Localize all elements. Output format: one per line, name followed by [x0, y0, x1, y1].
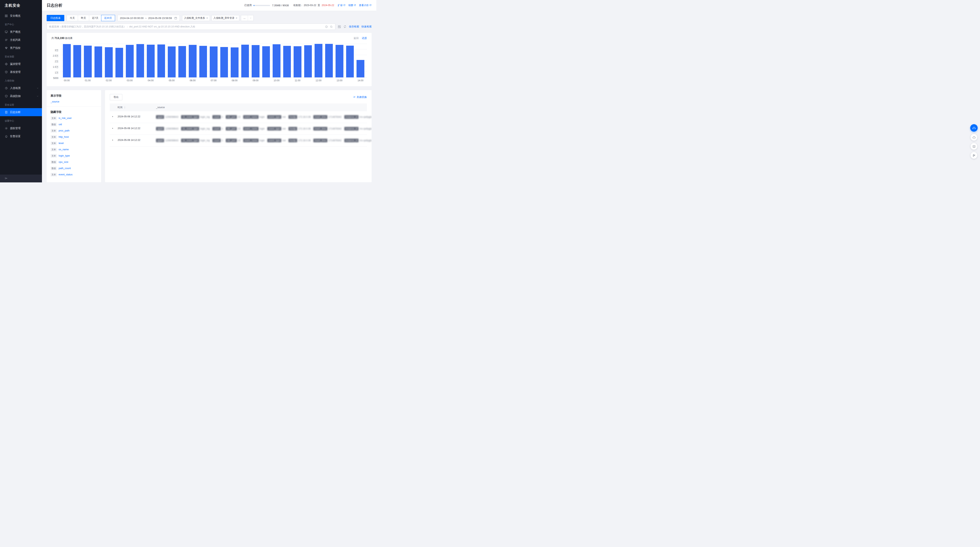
bar[interactable]	[73, 45, 81, 77]
pricing-link[interactable]: 查看计价	[359, 4, 372, 7]
sidebar-item-asset-fingerprint[interactable]: 资产指纹	[0, 44, 42, 52]
field-name-link[interactable]: level	[59, 142, 64, 145]
log-deliver-button[interactable]: 日志投递	[47, 15, 64, 21]
bar[interactable]	[283, 46, 291, 77]
table-row[interactable]: 2024-05-06 14:12:22appid1256098643cls_ev…	[110, 135, 367, 146]
quick-search-link[interactable]: 快速检索	[361, 25, 372, 29]
export-button[interactable]: 导出	[110, 94, 122, 100]
hidden-field-item[interactable]: 文本is_risk_user	[51, 115, 97, 121]
sidebar-item-advanced-defense[interactable]: 高级防御	[0, 92, 42, 100]
source-value: login_log	[200, 139, 210, 142]
source-key: insert_time	[313, 139, 327, 142]
inspect-search-icon[interactable]	[338, 25, 341, 29]
table-row[interactable]: 2024-05-06 14:12:22appid1256098643cls_ev…	[110, 111, 367, 123]
time-range-last7[interactable]: 近7天	[89, 15, 101, 21]
more-tags-dropdown[interactable]: ...	[241, 15, 254, 21]
field-name-link[interactable]: event_status	[59, 173, 73, 176]
bar[interactable]	[189, 45, 197, 77]
field-name-link[interactable]: proc_path	[59, 129, 70, 132]
bar[interactable]	[168, 46, 176, 77]
field-name-link[interactable]: cpu_size	[59, 161, 68, 164]
bar[interactable]	[304, 45, 312, 77]
info-icon[interactable]	[325, 25, 328, 28]
bar[interactable]	[63, 44, 71, 77]
back-link[interactable]: 返回	[353, 37, 359, 40]
sidebar-item-baseline-management[interactable]: 基线管理	[0, 68, 42, 76]
bar[interactable]	[220, 47, 228, 77]
expand-link[interactable]: 扩容	[338, 4, 345, 7]
sidebar-item-security-overview[interactable]: 安全概览	[0, 12, 42, 20]
bar[interactable]	[94, 46, 102, 77]
sidebar-item-intrusion-detection[interactable]: 入侵检测	[0, 84, 42, 92]
renew-link[interactable]: 续费	[348, 4, 356, 7]
sidebar-collapse-button[interactable]	[0, 175, 42, 183]
field-name-link[interactable]: http_host	[59, 135, 68, 138]
search-input[interactable]	[49, 25, 323, 28]
sidebar-item-vulnerability-management[interactable]: 漏洞管理	[0, 60, 42, 68]
bar[interactable]	[273, 44, 280, 77]
expand-caret-icon[interactable]	[112, 138, 118, 143]
bar[interactable]	[356, 60, 364, 77]
hidden-field-item[interactable]: 文本http_host	[51, 134, 97, 140]
restore-link[interactable]: 还原	[362, 37, 367, 40]
usage-label: 已使用	[244, 4, 252, 7]
hidden-field-item[interactable]: 文本level	[51, 140, 97, 146]
expand-caret-icon[interactable]	[112, 126, 118, 132]
time-range-today[interactable]: 今天	[67, 15, 78, 21]
table-row[interactable]: 2024-05-06 14:12:22appid1256098643cls_ev…	[110, 123, 367, 135]
bar[interactable]	[325, 44, 333, 77]
bar[interactable]	[105, 47, 113, 77]
list-switch-link[interactable]: 列表切换	[353, 95, 367, 99]
bars: 00:0001:0002:0003:0004:0005:0006:0007:00…	[60, 42, 367, 77]
time-range-yesterday[interactable]: 昨天	[78, 15, 89, 21]
hidden-field-item[interactable]: 文本login_type	[51, 153, 97, 159]
time-range-last30[interactable]: 近30天	[101, 15, 115, 21]
bar[interactable]	[178, 46, 186, 77]
bar[interactable]	[84, 46, 92, 77]
filter-tag[interactable]: 入侵检测_文件查杀×	[182, 15, 210, 21]
field-name-link[interactable]: path_count	[59, 167, 71, 170]
tag-close-icon[interactable]: ×	[207, 17, 208, 19]
bar[interactable]	[241, 45, 249, 77]
bar[interactable]	[137, 44, 144, 77]
hidden-field-item[interactable]: 数值uid	[51, 121, 97, 127]
bar[interactable]	[199, 46, 207, 77]
refresh-icon[interactable]	[344, 25, 347, 28]
hidden-field-item[interactable]: 数值path_count	[51, 165, 97, 172]
bar[interactable]	[262, 46, 270, 77]
sort-icon[interactable]	[124, 106, 126, 109]
save-search-link[interactable]: 保存检索	[349, 25, 359, 29]
sidebar-item-asset-overview[interactable]: 资产概览	[0, 28, 42, 36]
bar[interactable]	[252, 45, 259, 77]
search-icon[interactable]	[330, 25, 333, 28]
bar[interactable]	[210, 46, 218, 77]
filter-tag[interactable]: 入侵检测_异常登录×	[212, 15, 239, 21]
hidden-field-item[interactable]: 文本proc_path	[51, 127, 97, 134]
sidebar-item-log-analysis[interactable]: 日志分析	[0, 108, 42, 116]
field-name-link[interactable]: uid	[59, 123, 62, 126]
bar[interactable]	[126, 45, 134, 77]
tag-close-icon[interactable]: ×	[236, 17, 237, 19]
time-column-header[interactable]: 时间	[118, 106, 156, 109]
sidebar-item-license-management[interactable]: 授权管理	[0, 124, 42, 132]
bar[interactable]	[336, 45, 344, 77]
hidden-field-item[interactable]: 文本os_name	[51, 146, 97, 153]
bar[interactable]	[158, 45, 165, 77]
date-range-picker[interactable]: 2024-04-10 00:00:00 ~ 2024-05-09 23:59:5…	[118, 15, 180, 21]
bar[interactable]	[346, 46, 354, 77]
expand-caret-icon[interactable]	[112, 114, 118, 120]
sidebar: 主机安全 安全概览资产中心资产概览主机列表资产指纹安全加固漏洞管理基线管理入侵防…	[0, 0, 42, 183]
bar[interactable]	[315, 44, 323, 77]
sidebar-item-host-list[interactable]: 主机列表	[0, 36, 42, 44]
field-name-link[interactable]: login_type	[59, 154, 70, 157]
sidebar-item-alarm-settings[interactable]: 告警设置	[0, 132, 42, 140]
field-name-link[interactable]: os_name	[59, 148, 68, 151]
field-name-link[interactable]: is_risk_user	[59, 117, 72, 119]
hidden-field-item[interactable]: 文本event_status	[51, 172, 97, 178]
bar[interactable]	[231, 48, 239, 77]
hidden-field-item[interactable]: 数值cpu_size	[51, 159, 97, 165]
bar[interactable]	[294, 46, 301, 77]
bar[interactable]	[115, 48, 123, 77]
bar[interactable]	[147, 45, 154, 77]
shown-field-item[interactable]: _source	[51, 100, 97, 103]
